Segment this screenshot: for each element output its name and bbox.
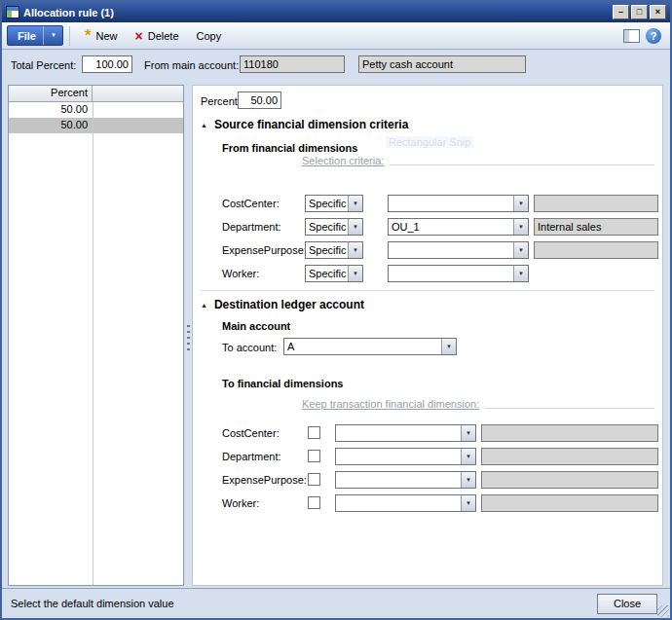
dimension-value-combo[interactable]: ▼ [388,195,529,212]
dimension-label: Worker: [222,497,259,509]
window-layout-icon[interactable] [623,29,640,43]
grid-column-extra[interactable] [93,86,183,102]
percent-grid: Percent 50.00 50.00 [8,85,184,586]
keep-dimension-label: Keep transaction financial dimension: [302,398,479,411]
from-main-account-label: From main account: [144,59,239,71]
dimension-value-combo[interactable]: ▼ [335,471,476,489]
percent-field[interactable]: 50.00 [238,91,281,109]
chevron-down-icon[interactable]: ▼ [348,266,362,281]
minimize-button[interactable]: – [613,5,629,19]
chevron-down-icon[interactable]: ▼ [461,425,475,441]
status-bar: Select the default dimension value Close [2,588,670,618]
dimension-label: Department: [222,221,281,233]
new-button[interactable]: * New [76,25,127,47]
chevron-down-icon[interactable]: ▼ [348,242,362,258]
source-section-title: Source financial dimension criteria [214,118,408,131]
dimension-value [336,425,461,441]
maximize-button[interactable]: □ [631,5,648,19]
keep-dimension-checkbox[interactable] [308,496,320,509]
grid-row-2-selected[interactable]: 50.00 [9,118,183,133]
source-row-expensepurpose: ExpensePurpose: Specific ▼ ▼ [193,241,662,259]
criteria-mode-select[interactable]: Specific ▼ [305,195,363,212]
total-percent-field[interactable]: 100.00 [82,55,132,73]
dimension-value [336,495,461,511]
delete-button-label: Delete [148,30,179,42]
keep-dimension-checkbox[interactable] [308,473,320,486]
dimension-value-combo[interactable]: ▼ [335,494,476,512]
dest-row-costcenter: CostCenter: ▼ [193,424,662,442]
to-account-combo[interactable]: A ▼ [283,338,457,355]
file-menu-button[interactable]: File ▼ [7,25,63,46]
chevron-down-icon[interactable]: ▼ [348,219,362,235]
chevron-down-icon[interactable]: ▼ [441,339,456,354]
dimension-value-combo[interactable]: ▼ [388,241,529,259]
chevron-down-icon[interactable]: ▼ [461,449,475,464]
dimension-value: OU_1 [389,219,513,235]
percent-label: Percent: [201,95,241,107]
new-button-label: New [96,30,118,42]
mode-value: Specific [306,196,348,211]
to-account-label: To account: [222,342,277,353]
chevron-down-icon: ▼ [43,26,62,45]
dest-row-worker: Worker: ▼ [193,494,662,512]
grid-row-1[interactable]: 50.00 [9,102,183,118]
section-separator [201,290,654,291]
chevron-down-icon[interactable]: ▼ [348,196,362,211]
app-icon [6,6,19,18]
total-percent-label: Total Percent: [11,59,76,71]
chevron-down-icon[interactable]: ▼ [513,196,528,211]
main-account-label: Main account [222,320,290,332]
delete-button[interactable]: × Delete [127,25,188,47]
close-button[interactable]: Close [597,594,657,614]
panel-splitter[interactable] [187,325,190,350]
dimension-value [389,242,513,258]
grid-cell-percent: 50.00 [9,102,93,118]
dimension-label: CostCenter: [222,427,280,439]
close-icon[interactable]: × [650,5,666,19]
chevron-down-icon[interactable]: ▼ [513,266,528,281]
dimension-label: CostCenter: [222,198,280,209]
destination-section-header[interactable]: ▲ Destination ledger account [201,298,364,311]
from-main-account-field: 110180 [240,55,345,73]
chevron-down-icon[interactable]: ▼ [513,242,528,258]
copy-button[interactable]: Copy [188,25,231,47]
status-message: Select the default dimension value [11,598,174,609]
allocation-rule-window: Allocation rule (1) – □ × File ▼ * New ×… [0,0,672,620]
dimension-value-combo[interactable]: ▼ [335,448,476,465]
detail-panel: Percent: 50.00 ▲ Source financial dimens… [192,85,663,586]
source-section-header[interactable]: ▲ Source financial dimension criteria [201,118,408,131]
dimension-label: ExpensePurpose: [222,474,307,486]
grid-cell-extra [93,102,183,118]
criteria-mode-select[interactable]: Specific ▼ [305,265,363,282]
toolbar: File ▼ * New × Delete Copy ? [2,22,670,50]
dimension-value-combo[interactable]: OU_1 ▼ [388,218,529,236]
criteria-mode-select[interactable]: Specific ▼ [305,241,363,259]
to-account-value: A [284,339,441,354]
grid-cell-percent: 50.00 [9,118,93,133]
grid-column-percent[interactable]: Percent [9,86,93,102]
collapse-triangle-icon: ▲ [201,302,207,309]
window-title: Allocation rule (1) [23,7,114,18]
resize-grip[interactable] [657,605,669,617]
dimension-value-combo[interactable]: ▼ [335,424,476,442]
source-row-costcenter: CostCenter: Specific ▼ ▼ [193,195,662,212]
dimension-value-combo[interactable]: ▼ [388,265,529,282]
dimension-display-field [534,241,658,259]
main-account-name-field: Petty cash account [358,55,526,73]
dimension-display-field: Internal sales [534,218,658,236]
to-dimensions-label: To financial dimensions [222,378,343,389]
dimension-value [336,472,461,488]
dimension-label: Worker: [222,268,259,279]
copy-button-label: Copy [197,30,222,42]
chevron-down-icon[interactable]: ▼ [461,495,475,511]
chevron-down-icon[interactable]: ▼ [461,472,475,488]
keep-dimension-checkbox[interactable] [308,450,320,462]
collapse-triangle-icon: ▲ [201,122,207,128]
keep-dimension-checkbox[interactable] [308,426,320,439]
chevron-down-icon[interactable]: ▼ [513,219,528,235]
destination-section-title: Destination ledger account [214,298,364,311]
mode-value: Specific [306,242,348,258]
criteria-mode-select[interactable]: Specific ▼ [305,218,363,236]
dest-row-department: Department: ▼ [193,448,662,465]
help-icon[interactable]: ? [646,28,661,44]
